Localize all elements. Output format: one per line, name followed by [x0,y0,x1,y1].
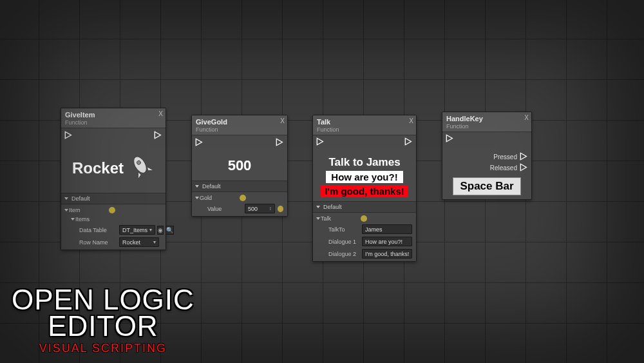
prop-gold: Gold [192,193,287,202]
node-title: HandleKey [446,115,527,123]
expand-icon[interactable] [64,209,68,211]
node-givegold[interactable]: GiveGold Function X 500 Default Gold Val… [191,115,288,217]
svg-point-0 [131,155,149,175]
dialogue1-field[interactable] [362,237,412,246]
exec-pin-pressed[interactable] [520,152,528,161]
exec-pin-out[interactable] [276,138,284,146]
key-preview: Space Bar [453,177,520,195]
close-icon[interactable]: X [409,117,413,124]
exec-pin-in[interactable] [64,131,73,139]
prop-talk: Talk [313,214,416,223]
node-subtitle: Function [196,126,283,133]
output-pressed: Pressed [442,152,531,162]
section-header-default[interactable]: Default [192,181,287,192]
talk-dialogue-2: I'm good, thanks! [321,185,408,197]
talk-title: Talk to James [317,156,412,169]
prop-items: Items [61,215,166,224]
node-title: GiveGold [196,118,283,126]
reset-icon[interactable] [240,195,246,201]
node-title: Talk [317,118,412,126]
node-header[interactable]: GiveGold Function X [192,115,287,135]
node-header[interactable]: Talk Function X [313,115,416,135]
value-field[interactable]: 500 [245,204,275,213]
node-header[interactable]: HandleKey Function X [442,112,531,132]
prop-data-table: Data Table DT_Items ◉ 🔍 [61,224,166,236]
section-header-default[interactable]: Default [313,201,416,213]
expand-icon[interactable] [64,197,68,200]
row-name-combo[interactable]: Rocket [119,237,159,247]
preview-text: 500 [228,157,252,173]
reset-icon[interactable] [278,206,283,212]
expand-icon[interactable] [195,197,199,199]
prop-talkto: TalkTo [313,223,416,235]
data-table-combo[interactable]: DT_Items [119,225,155,235]
exec-pin-out[interactable] [154,131,162,139]
preview-text: Rocket [72,159,124,177]
exec-pin-out[interactable] [404,137,413,146]
prop-dialogue2: Dialogue 2 [313,248,416,260]
exec-pin-in[interactable] [446,134,454,142]
search-icon[interactable]: 🔍 [166,226,174,235]
exec-pin-in[interactable] [316,137,325,146]
exec-pin-released[interactable] [520,163,528,172]
browse-icon[interactable]: ◉ [157,226,164,235]
talkto-field[interactable] [362,224,412,234]
node-subtitle: Function [446,123,527,130]
expand-icon[interactable] [71,218,75,221]
node-subtitle: Function [65,119,162,126]
prop-item: Item [61,206,166,215]
node-giveitem[interactable]: GiveItem Function X Rocket Default Item [61,108,166,250]
node-handlekey[interactable]: HandleKey Function X Pressed Released Sp… [442,112,532,200]
prop-value: Value 500 [192,202,287,215]
exec-pin-in[interactable] [195,138,204,146]
node-header[interactable]: GiveItem Function X [61,108,166,128]
expand-icon[interactable] [316,206,320,208]
reset-icon[interactable] [361,215,367,222]
output-released: Released [442,162,531,173]
node-title: GiveItem [65,111,162,119]
dialogue2-field[interactable] [362,249,412,259]
reset-icon[interactable] [109,207,115,213]
expand-icon[interactable] [195,185,199,188]
close-icon[interactable]: X [524,114,529,121]
rocket-icon [129,153,155,184]
close-icon[interactable]: X [280,117,285,124]
section-header-default[interactable]: Default [61,193,166,204]
expand-icon[interactable] [316,217,320,220]
talk-dialogue-1: How are you?! [326,171,402,183]
node-talk[interactable]: Talk Function X Talk to James How are yo… [312,115,417,262]
node-subtitle: Function [317,126,412,133]
close-icon[interactable]: X [158,110,163,117]
prop-dialogue1: Dialogue 1 [313,235,416,248]
prop-row-name: Row Name Rocket [61,236,166,248]
